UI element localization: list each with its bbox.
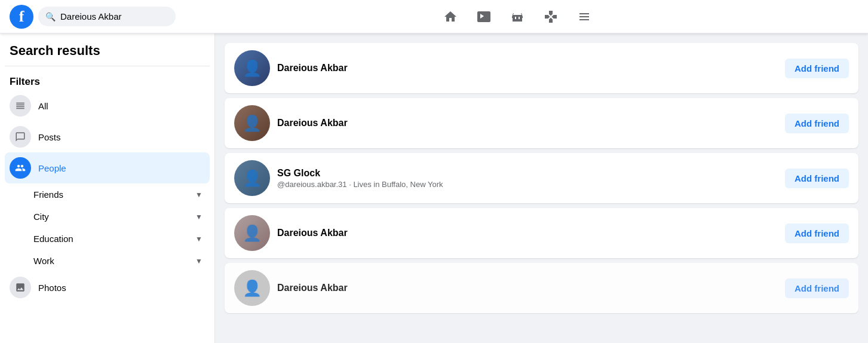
add-friend-button[interactable]: Add friend — [785, 223, 849, 243]
result-info: Dareious Akbar — [277, 283, 778, 293]
result-info: Dareious Akbar — [277, 63, 778, 74]
page-title: Search results — [5, 43, 210, 66]
table-row: 👤 Dareious Akbar Add friend — [225, 98, 858, 148]
chevron-down-icon: ▼ — [195, 213, 203, 221]
gaming-nav-button[interactable] — [536, 2, 565, 31]
add-friend-button[interactable]: Add friend — [785, 114, 849, 133]
chevron-down-icon: ▼ — [195, 191, 203, 199]
add-friend-button[interactable]: Add friend — [785, 278, 849, 298]
filter-all-label: All — [38, 101, 48, 111]
result-name: Dareious Akbar — [277, 63, 778, 74]
avatar: 👤 — [234, 160, 270, 196]
table-row: 👤 SG Glock @dareious.akbar.31 · Lives in… — [225, 153, 858, 203]
top-navigation: f 🔍 — [0, 0, 868, 33]
table-row: 👤 Dareious Akbar Add friend — [225, 43, 858, 93]
filter-people-label: People — [38, 163, 66, 173]
chevron-down-icon: ▼ — [195, 257, 203, 265]
table-row: 👤 Dareious Akbar Add friend — [225, 263, 858, 313]
result-name: Dareious Akbar — [277, 283, 778, 293]
search-bar[interactable]: 🔍 — [38, 7, 176, 26]
city-label: City — [33, 212, 49, 222]
facebook-logo[interactable]: f — [10, 5, 33, 29]
result-info: Dareious Akbar — [277, 118, 778, 128]
posts-icon — [10, 126, 31, 148]
subfil-work[interactable]: Work ▼ — [5, 250, 210, 272]
nav-left: f 🔍 — [10, 5, 176, 29]
result-name: SG Glock — [277, 168, 778, 179]
filter-photos-label: Photos — [38, 283, 66, 293]
add-friend-button[interactable]: Add friend — [785, 59, 849, 78]
table-row: 👤 Dareious Akbar Add friend — [225, 208, 858, 258]
work-label: Work — [33, 256, 54, 266]
avatar: 👤 — [234, 105, 270, 141]
filters-label: Filters — [5, 71, 210, 90]
add-friend-button[interactable]: Add friend — [785, 169, 849, 188]
result-name: Dareious Akbar — [277, 228, 778, 238]
filter-all[interactable]: All — [5, 90, 210, 121]
result-subtitle: @dareious.akbar.31 · Lives in Buffalo, N… — [277, 180, 778, 189]
all-icon — [10, 95, 31, 117]
result-info: Dareious Akbar — [277, 228, 778, 238]
avatar: 👤 — [234, 50, 270, 86]
filter-photos[interactable]: Photos — [5, 272, 210, 303]
people-icon — [10, 157, 31, 179]
more-nav-button[interactable] — [570, 2, 599, 31]
search-icon: 🔍 — [45, 12, 56, 22]
search-results-content: 👤 Dareious Akbar Add friend 👤 Dareious A… — [215, 33, 868, 343]
photos-icon — [10, 277, 31, 298]
result-info: SG Glock @dareious.akbar.31 · Lives in B… — [277, 168, 778, 189]
search-input[interactable] — [60, 11, 156, 22]
subfil-education[interactable]: Education ▼ — [5, 228, 210, 250]
marketplace-nav-button[interactable] — [503, 2, 532, 31]
avatar: 👤 — [234, 270, 270, 306]
result-name: Dareious Akbar — [277, 118, 778, 128]
chevron-down-icon: ▼ — [195, 235, 203, 243]
avatar: 👤 — [234, 215, 270, 251]
filter-people[interactable]: People — [5, 152, 210, 183]
subfil-city[interactable]: City ▼ — [5, 206, 210, 228]
filter-posts[interactable]: Posts — [5, 121, 210, 152]
nav-center — [176, 2, 858, 31]
video-nav-button[interactable] — [470, 2, 498, 31]
education-label: Education — [33, 234, 73, 244]
friends-label: Friends — [33, 189, 63, 200]
main-layout: Search results Filters All Posts People … — [0, 33, 868, 343]
home-nav-button[interactable] — [436, 2, 465, 31]
subfil-friends[interactable]: Friends ▼ — [5, 183, 210, 206]
sidebar: Search results Filters All Posts People … — [0, 33, 215, 343]
filter-posts-label: Posts — [38, 132, 61, 142]
